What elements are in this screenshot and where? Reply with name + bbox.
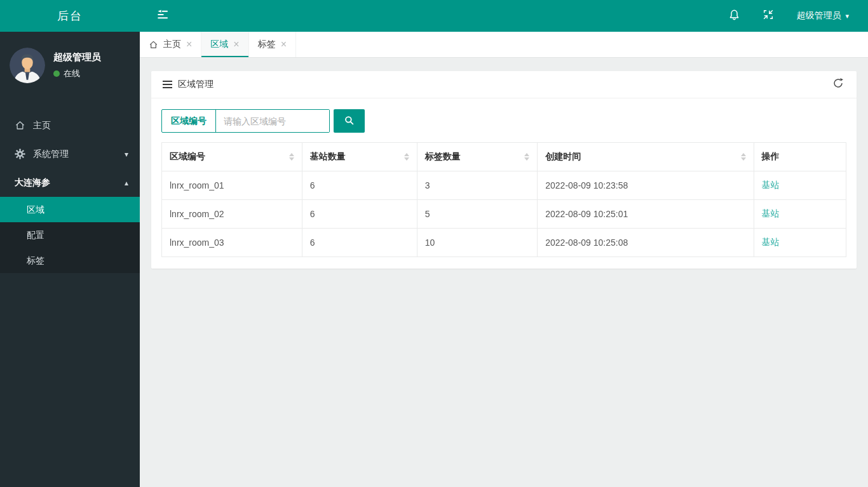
sidebar-subitem-region[interactable]: 区域 bbox=[0, 197, 140, 222]
tab-bar: 主页 × 区域 × 标签 × bbox=[140, 32, 868, 58]
close-icon[interactable]: × bbox=[186, 39, 192, 50]
topbar-username: 超级管理员 bbox=[796, 10, 841, 22]
user-menu[interactable]: 超级管理员 ▾ bbox=[796, 10, 849, 22]
compress-icon bbox=[763, 9, 774, 23]
sidebar-item-dalian[interactable]: 大连海参 ▴ bbox=[0, 168, 140, 197]
sidebar-subitem-config[interactable]: 配置 bbox=[0, 222, 140, 248]
cell-station-count: 6 bbox=[302, 171, 417, 200]
table-header-row: 区域编号 基站数量 标签数量 bbox=[162, 143, 846, 171]
search-group: 区域编号 bbox=[161, 109, 330, 133]
search-input[interactable] bbox=[216, 110, 329, 132]
cell-station-count: 6 bbox=[302, 200, 417, 229]
search-row: 区域编号 bbox=[161, 109, 846, 133]
sort-icon bbox=[524, 153, 529, 161]
column-header-region-id[interactable]: 区域编号 bbox=[162, 143, 302, 171]
sidebar-item-home[interactable]: 主页 bbox=[0, 111, 140, 140]
content-area: 区域管理 区域编号 bbox=[140, 58, 868, 487]
gear-icon bbox=[15, 149, 27, 159]
region-management-card: 区域管理 区域编号 bbox=[151, 71, 857, 269]
main-area: 主页 × 区域 × 标签 × 区域管理 bbox=[140, 32, 868, 487]
status-label: 在线 bbox=[64, 68, 80, 79]
outdent-icon bbox=[156, 10, 169, 22]
sidebar-menu: 主页 系统管理 ▾ 大连海参 ▴ bbox=[0, 111, 140, 273]
card-title: 区域管理 bbox=[163, 79, 214, 90]
sort-icon bbox=[404, 153, 409, 161]
cell-tag-count: 3 bbox=[417, 171, 538, 200]
sort-icon bbox=[289, 153, 294, 161]
cell-station-count: 6 bbox=[302, 229, 417, 257]
topbar-actions: 超级管理员 ▾ bbox=[728, 10, 868, 22]
user-avatar bbox=[10, 48, 45, 83]
column-label: 基站数量 bbox=[310, 151, 346, 163]
sidebar-item-label: 主页 bbox=[33, 120, 51, 131]
tab-home[interactable]: 主页 × bbox=[140, 32, 201, 57]
sidebar-user-panel: 超级管理员 在线 bbox=[0, 32, 140, 95]
caret-up-icon: ▴ bbox=[125, 178, 128, 187]
refresh-button[interactable] bbox=[831, 77, 845, 91]
column-header-created-time[interactable]: 创建时间 bbox=[538, 143, 754, 171]
caret-down-icon: ▾ bbox=[125, 150, 128, 159]
column-label: 创建时间 bbox=[545, 151, 581, 163]
sidebar-submenu: 区域 配置 标签 bbox=[0, 197, 140, 273]
tab-tag[interactable]: 标签 × bbox=[249, 32, 296, 57]
sidebar-user-name: 超级管理员 bbox=[53, 51, 101, 63]
hamburger-icon bbox=[163, 81, 172, 88]
cell-tag-count: 10 bbox=[417, 229, 538, 257]
panel-title-text: 区域管理 bbox=[178, 79, 214, 90]
cell-created-time: 2022-08-09 10:23:58 bbox=[538, 171, 754, 200]
close-icon[interactable]: × bbox=[281, 39, 287, 50]
top-bar: 后台 bbox=[0, 0, 868, 32]
tab-label: 标签 bbox=[258, 39, 276, 50]
notifications-button[interactable] bbox=[728, 10, 740, 22]
cell-region-id: lnrx_room_02 bbox=[162, 200, 302, 229]
home-icon bbox=[149, 40, 158, 50]
sidebar-toggle-button[interactable] bbox=[156, 10, 170, 22]
tab-region[interactable]: 区域 × bbox=[201, 32, 248, 57]
tab-label: 区域 bbox=[210, 39, 228, 50]
sort-icon bbox=[741, 153, 746, 161]
online-status: 在线 bbox=[53, 68, 101, 79]
search-icon bbox=[344, 115, 355, 128]
sidebar-item-system[interactable]: 系统管理 ▾ bbox=[0, 140, 140, 168]
sidebar: 超级管理员 在线 主页 bbox=[0, 32, 140, 487]
status-dot-icon bbox=[53, 70, 60, 77]
bell-icon bbox=[728, 9, 740, 23]
cell-tag-count: 5 bbox=[417, 200, 538, 229]
cell-created-time: 2022-08-09 10:25:08 bbox=[538, 229, 754, 257]
column-label: 操作 bbox=[762, 151, 780, 163]
search-field-label: 区域编号 bbox=[162, 110, 216, 132]
sidebar-item-label: 系统管理 bbox=[33, 149, 69, 160]
sidebar-subitem-tag[interactable]: 标签 bbox=[0, 248, 140, 273]
search-button[interactable] bbox=[334, 109, 365, 133]
column-header-actions: 操作 bbox=[754, 143, 846, 171]
tab-label: 主页 bbox=[163, 39, 181, 50]
close-icon[interactable]: × bbox=[233, 39, 239, 50]
column-header-tag-count[interactable]: 标签数量 bbox=[417, 143, 538, 171]
caret-down-icon: ▾ bbox=[845, 13, 849, 20]
cell-created-time: 2022-08-09 10:25:01 bbox=[538, 200, 754, 229]
column-header-station-count[interactable]: 基站数量 bbox=[302, 143, 417, 171]
column-label: 区域编号 bbox=[170, 151, 205, 163]
refresh-icon bbox=[832, 77, 844, 91]
table-row: lnrx_room_01 6 3 2022-08-09 10:23:58 基站 bbox=[162, 171, 846, 200]
base-station-link[interactable]: 基站 bbox=[762, 237, 780, 247]
cell-region-id: lnrx_room_01 bbox=[162, 171, 302, 200]
base-station-link[interactable]: 基站 bbox=[762, 180, 780, 190]
region-table: 区域编号 基站数量 标签数量 bbox=[161, 142, 846, 257]
table-row: lnrx_room_03 6 10 2022-08-09 10:25:08 基站 bbox=[162, 229, 846, 257]
sidebar-item-label: 大连海参 bbox=[15, 177, 50, 189]
fullscreen-exit-button[interactable] bbox=[762, 10, 775, 22]
card-header: 区域管理 bbox=[151, 71, 857, 98]
app-logo: 后台 bbox=[0, 8, 140, 23]
home-icon bbox=[15, 120, 27, 131]
table-row: lnrx_room_02 6 5 2022-08-09 10:25:01 基站 bbox=[162, 200, 846, 229]
base-station-link[interactable]: 基站 bbox=[762, 208, 780, 218]
cell-region-id: lnrx_room_03 bbox=[162, 229, 302, 257]
card-body: 区域编号 bbox=[151, 98, 857, 269]
column-label: 标签数量 bbox=[425, 151, 461, 163]
sidebar-user-info: 超级管理员 在线 bbox=[53, 51, 101, 79]
